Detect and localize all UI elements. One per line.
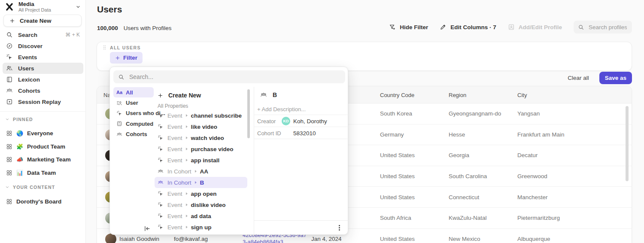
sidebar-item-dorothys-board[interactable]: Dorothy's Board [3,195,83,207]
detail-divider [254,127,348,127]
event-spark-icon [116,110,122,116]
event-spark-icon [158,202,164,208]
table-scrollbar[interactable] [626,106,629,181]
hide-filter-button[interactable]: Hide Filter [389,24,428,30]
column-header-city[interactable]: City [517,86,527,103]
cell-region: Georgia [449,145,469,166]
keyboard-shortcut: ⌘ + K [65,32,80,38]
globe-icon: 🌏 [16,130,23,137]
your-content-section-header[interactable]: YOUR CONTENT [5,185,55,190]
item-name: app install [191,157,220,164]
sidebar-item-session-replay[interactable]: Session Replay [3,96,83,107]
cohort-title: B [273,91,277,98]
board-label: Product Team [27,143,65,150]
edit-columns-button[interactable]: Edit Columns · 7 [440,24,496,30]
picker-category-all[interactable]: Aa All [113,87,154,97]
add-filter-button[interactable]: Filter [110,52,143,64]
sidebar-item-discover[interactable]: Discover [3,40,83,52]
sidebar-item-users[interactable]: Users [3,63,83,74]
pinned-section-header[interactable]: PINNED [5,117,33,122]
picker-item-event-purchase-video[interactable]: Event purchase video [155,143,247,155]
picker-item-event-ad-data[interactable]: Event ad data [155,210,247,222]
sidebar-item-cohorts[interactable]: Cohorts [3,85,83,96]
item-name: AA [200,168,209,175]
add-edit-profile-button[interactable]: Add/Edit Profile [508,24,562,30]
column-header-region[interactable]: Region [449,86,466,103]
item-name: channel subscribe [191,112,242,119]
search-icon [578,24,584,30]
create-new-button[interactable]: Create New [3,15,82,27]
picker-scrollbar[interactable] [247,89,250,138]
hide-filter-label: Hide Filter [400,24,428,30]
cell-city: Frankfurt am Main [517,125,565,145]
caret-right-icon [186,125,188,128]
picker-item-cohort-b[interactable]: In Cohort B [155,177,247,188]
collapse-panel-icon[interactable] [143,225,151,232]
project-switcher[interactable]: Media All Project Data [3,1,83,13]
search-profiles-input[interactable] [588,24,628,31]
picker-item-event-like-video[interactable]: Event like video [155,121,247,132]
item-prefix: Event [167,124,182,130]
save-as-button[interactable]: Save as [599,72,632,84]
picker-category-computed[interactable]: Computed [113,118,154,129]
sidebar-item-search[interactable]: Search ⌘ + K [3,29,83,40]
property-picker-popover: Aa All User Users who di... Computed Coh… [109,67,348,235]
picker-item-cohort-aa[interactable]: In Cohort AA [155,166,247,177]
users-icon [6,65,13,72]
picker-item-event-dislike-video[interactable]: Event dislike video [155,199,247,210]
cell-country: United States [380,229,415,243]
event-spark-icon [158,224,164,230]
filter-group-header: ALL USERS [102,45,141,50]
picker-item-event-sign-up[interactable]: Event sign up [155,222,247,233]
picker-category-cohorts[interactable]: Cohorts [113,129,154,140]
sidebar-item-product-team[interactable]: 🧩 Product Team [3,140,83,152]
picker-create-new-button[interactable]: Create New [155,90,247,100]
picker-item-event-watch-video[interactable]: Event watch video [155,132,247,143]
user-count: 100,000 [97,25,118,31]
board-grid-icon [6,170,12,176]
sidebar-item-label: Session Replay [18,99,61,105]
creator-avatar: KD [282,117,290,125]
plus-icon [158,93,163,98]
item-prefix: Event [167,191,182,197]
column-header-country-code[interactable]: Country Code [380,86,414,103]
drag-handle-icon[interactable] [102,45,107,50]
project-meta: Media All Project Data [18,1,76,12]
creator-row: Creator KD Koh, Dorothy [257,115,345,127]
picker-item-event-channel-subscribe[interactable]: Event channel subscribe [155,110,247,121]
puzzle-icon: 🧩 [16,143,23,150]
sidebar-item-lexicon[interactable]: Lexicon [3,74,83,85]
project-name: Media [18,1,76,7]
search-profiles-box[interactable] [574,21,632,33]
cohort-id-row: Cohort ID 5832010 [257,128,345,139]
detail-footer [254,220,348,234]
picker-category-user[interactable]: User [113,97,154,108]
sidebar-item-label: Lexicon [18,76,40,83]
item-prefix: In Cohort [167,168,191,175]
count-row: 100,000 Users with Profiles [97,25,172,31]
cell-city: Albuquerque [517,229,550,243]
category-label: Cohorts [126,131,147,137]
sidebar-item-everyone[interactable]: 🌏 Everyone [3,127,83,139]
caret-right-icon [195,181,197,184]
picker-item-event-app-open[interactable]: Event app open [155,188,247,199]
picker-item-event-app-install[interactable]: Event app install [155,155,247,166]
sidebar-item-label: Search [18,32,37,38]
profile-card-icon [508,24,515,30]
cell-region: New Mexico [449,229,480,243]
board-label: Everyone [27,130,53,137]
clear-all-button[interactable]: Clear all [568,75,589,81]
cohort-detail-panel: B + Add Description... Creator KD Koh, D… [254,67,348,234]
chevron-down-icon [5,185,9,189]
sidebar-item-events[interactable]: Events [3,52,83,63]
category-label: All [126,89,133,96]
page-title: Users [97,4,122,15]
picker-category-users-who-did[interactable]: Users who di... [113,108,154,118]
sidebar-item-marketing-team[interactable]: 📣 Marketing Team [3,153,83,165]
caret-right-icon [186,114,188,117]
sidebar-item-data-team[interactable]: 📊 Data Team [3,167,83,179]
search-icon [118,74,125,80]
add-description-button[interactable]: + Add Description... [257,106,306,112]
calculator-icon [116,121,122,127]
more-options-icon[interactable] [339,225,340,231]
